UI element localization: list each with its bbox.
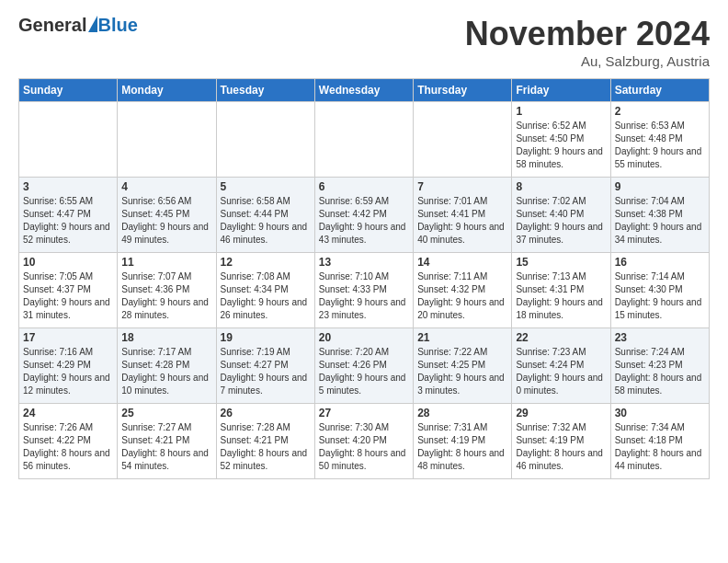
day-cell: 26Sunrise: 7:28 AM Sunset: 4:21 PM Dayli… <box>216 404 314 479</box>
day-number: 8 <box>516 180 606 193</box>
header: General Blue November 2024 Au, Salzburg,… <box>18 15 710 69</box>
day-cell: 14Sunrise: 7:11 AM Sunset: 4:32 PM Dayli… <box>414 253 512 328</box>
day-cell: 28Sunrise: 7:31 AM Sunset: 4:19 PM Dayli… <box>414 404 512 479</box>
day-number: 14 <box>417 256 507 269</box>
day-info: Sunrise: 7:27 AM Sunset: 4:21 PM Dayligh… <box>121 421 211 473</box>
day-number: 24 <box>23 407 113 419</box>
day-number: 9 <box>615 180 705 193</box>
title-block: November 2024 Au, Salzburg, Austria <box>465 15 710 69</box>
location: Au, Salzburg, Austria <box>465 53 710 69</box>
day-number: 25 <box>121 407 211 419</box>
column-header-sunday: Sunday <box>19 79 118 102</box>
week-row-1: 1Sunrise: 6:52 AM Sunset: 4:50 PM Daylig… <box>19 102 710 178</box>
day-cell: 4Sunrise: 6:56 AM Sunset: 4:45 PM Daylig… <box>118 178 216 253</box>
day-cell: 3Sunrise: 6:55 AM Sunset: 4:47 PM Daylig… <box>19 178 118 253</box>
day-cell: 21Sunrise: 7:22 AM Sunset: 4:25 PM Dayli… <box>414 328 512 404</box>
day-info: Sunrise: 7:30 AM Sunset: 4:20 PM Dayligh… <box>319 421 409 473</box>
week-row-2: 3Sunrise: 6:55 AM Sunset: 4:47 PM Daylig… <box>19 178 710 253</box>
day-cell: 7Sunrise: 7:01 AM Sunset: 4:41 PM Daylig… <box>414 178 512 253</box>
day-info: Sunrise: 7:20 AM Sunset: 4:26 PM Dayligh… <box>319 346 409 397</box>
day-cell: 17Sunrise: 7:16 AM Sunset: 4:29 PM Dayli… <box>19 328 118 404</box>
day-number: 22 <box>516 331 606 344</box>
day-number: 30 <box>615 407 705 419</box>
day-info: Sunrise: 7:08 AM Sunset: 4:34 PM Dayligh… <box>221 270 311 322</box>
column-header-monday: Monday <box>118 79 216 102</box>
day-cell: 5Sunrise: 6:58 AM Sunset: 4:44 PM Daylig… <box>216 178 314 253</box>
day-info: Sunrise: 7:28 AM Sunset: 4:21 PM Dayligh… <box>221 421 311 473</box>
calendar-header: SundayMondayTuesdayWednesdayThursdayFrid… <box>19 79 710 102</box>
day-cell <box>19 102 118 178</box>
day-cell <box>414 102 512 178</box>
column-header-tuesday: Tuesday <box>216 79 314 102</box>
day-info: Sunrise: 7:10 AM Sunset: 4:33 PM Dayligh… <box>319 270 409 322</box>
day-number: 29 <box>516 407 606 419</box>
day-number: 12 <box>221 256 311 269</box>
day-cell: 15Sunrise: 7:13 AM Sunset: 4:31 PM Dayli… <box>512 253 610 328</box>
day-info: Sunrise: 6:59 AM Sunset: 4:42 PM Dayligh… <box>319 195 409 247</box>
header-row: SundayMondayTuesdayWednesdayThursdayFrid… <box>19 79 710 102</box>
day-number: 10 <box>23 256 113 269</box>
day-number: 15 <box>516 256 606 269</box>
day-cell: 1Sunrise: 6:52 AM Sunset: 4:50 PM Daylig… <box>512 102 610 178</box>
column-header-saturday: Saturday <box>610 79 709 102</box>
day-info: Sunrise: 7:26 AM Sunset: 4:22 PM Dayligh… <box>23 421 113 473</box>
day-cell: 10Sunrise: 7:05 AM Sunset: 4:37 PM Dayli… <box>19 253 118 328</box>
logo-general: General <box>18 15 86 36</box>
day-info: Sunrise: 7:07 AM Sunset: 4:36 PM Dayligh… <box>121 270 211 322</box>
day-cell: 20Sunrise: 7:20 AM Sunset: 4:26 PM Dayli… <box>314 328 413 404</box>
day-cell: 13Sunrise: 7:10 AM Sunset: 4:33 PM Dayli… <box>314 253 413 328</box>
logo: General Blue <box>18 15 138 36</box>
day-cell <box>216 102 314 178</box>
column-header-wednesday: Wednesday <box>314 79 413 102</box>
day-info: Sunrise: 7:34 AM Sunset: 4:18 PM Dayligh… <box>615 421 705 473</box>
day-number: 7 <box>417 180 507 193</box>
day-cell: 2Sunrise: 6:53 AM Sunset: 4:48 PM Daylig… <box>610 102 709 178</box>
day-info: Sunrise: 7:23 AM Sunset: 4:24 PM Dayligh… <box>516 346 606 397</box>
day-cell: 19Sunrise: 7:19 AM Sunset: 4:27 PM Dayli… <box>216 328 314 404</box>
day-cell <box>118 102 216 178</box>
day-number: 27 <box>319 407 409 419</box>
day-info: Sunrise: 7:17 AM Sunset: 4:28 PM Dayligh… <box>121 346 211 397</box>
day-number: 4 <box>121 180 211 193</box>
column-header-thursday: Thursday <box>414 79 512 102</box>
day-number: 2 <box>615 105 705 118</box>
calendar-body: 1Sunrise: 6:52 AM Sunset: 4:50 PM Daylig… <box>19 102 710 479</box>
day-cell: 23Sunrise: 7:24 AM Sunset: 4:23 PM Dayli… <box>610 328 709 404</box>
day-info: Sunrise: 6:52 AM Sunset: 4:50 PM Dayligh… <box>516 120 606 171</box>
logo-text: General Blue <box>18 15 138 36</box>
day-info: Sunrise: 7:05 AM Sunset: 4:37 PM Dayligh… <box>23 270 113 322</box>
day-info: Sunrise: 7:32 AM Sunset: 4:19 PM Dayligh… <box>516 421 606 473</box>
logo-icon <box>88 16 97 32</box>
day-info: Sunrise: 6:55 AM Sunset: 4:47 PM Dayligh… <box>23 195 113 247</box>
day-cell: 30Sunrise: 7:34 AM Sunset: 4:18 PM Dayli… <box>610 404 709 479</box>
day-cell: 11Sunrise: 7:07 AM Sunset: 4:36 PM Dayli… <box>118 253 216 328</box>
day-cell: 22Sunrise: 7:23 AM Sunset: 4:24 PM Dayli… <box>512 328 610 404</box>
day-number: 26 <box>221 407 311 419</box>
day-cell: 9Sunrise: 7:04 AM Sunset: 4:38 PM Daylig… <box>610 178 709 253</box>
day-info: Sunrise: 7:24 AM Sunset: 4:23 PM Dayligh… <box>615 346 705 397</box>
day-info: Sunrise: 7:22 AM Sunset: 4:25 PM Dayligh… <box>417 346 507 397</box>
day-info: Sunrise: 7:14 AM Sunset: 4:30 PM Dayligh… <box>615 270 705 322</box>
day-info: Sunrise: 6:56 AM Sunset: 4:45 PM Dayligh… <box>121 195 211 247</box>
day-info: Sunrise: 7:19 AM Sunset: 4:27 PM Dayligh… <box>221 346 311 397</box>
day-number: 3 <box>23 180 113 193</box>
day-cell: 25Sunrise: 7:27 AM Sunset: 4:21 PM Dayli… <box>118 404 216 479</box>
day-number: 13 <box>319 256 409 269</box>
day-cell: 18Sunrise: 7:17 AM Sunset: 4:28 PM Dayli… <box>118 328 216 404</box>
calendar: SundayMondayTuesdayWednesdayThursdayFrid… <box>18 78 710 479</box>
day-info: Sunrise: 7:11 AM Sunset: 4:32 PM Dayligh… <box>417 270 507 322</box>
day-number: 16 <box>615 256 705 269</box>
day-cell <box>314 102 413 178</box>
day-cell: 27Sunrise: 7:30 AM Sunset: 4:20 PM Dayli… <box>314 404 413 479</box>
day-info: Sunrise: 7:13 AM Sunset: 4:31 PM Dayligh… <box>516 270 606 322</box>
day-number: 28 <box>417 407 507 419</box>
day-cell: 12Sunrise: 7:08 AM Sunset: 4:34 PM Dayli… <box>216 253 314 328</box>
day-info: Sunrise: 6:53 AM Sunset: 4:48 PM Dayligh… <box>615 120 705 171</box>
day-number: 18 <box>121 331 211 344</box>
day-info: Sunrise: 7:16 AM Sunset: 4:29 PM Dayligh… <box>23 346 113 397</box>
day-number: 1 <box>516 105 606 118</box>
day-info: Sunrise: 6:58 AM Sunset: 4:44 PM Dayligh… <box>221 195 311 247</box>
day-number: 5 <box>221 180 311 193</box>
month-title: November 2024 <box>465 15 710 53</box>
day-cell: 8Sunrise: 7:02 AM Sunset: 4:40 PM Daylig… <box>512 178 610 253</box>
